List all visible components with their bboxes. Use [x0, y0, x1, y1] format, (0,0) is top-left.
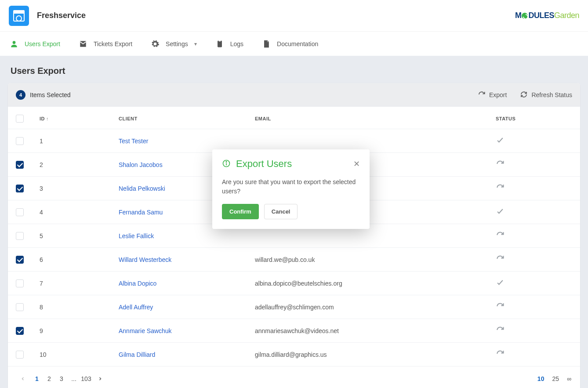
cell-client: Albina Dopico: [111, 272, 247, 295]
col-email[interactable]: EMAIL: [247, 107, 488, 129]
pagination: 123...103 1025∞: [8, 366, 580, 388]
export-label: Export: [489, 91, 507, 98]
client-link[interactable]: Annmarie Sawchuk: [119, 327, 172, 334]
client-link[interactable]: Leslie Fallick: [119, 232, 154, 239]
gear-icon: [151, 40, 160, 48]
cell-email: willard.we@pub.co.uk: [247, 248, 488, 272]
page-size-option[interactable]: ∞: [567, 375, 571, 382]
row-checkbox[interactable]: [16, 185, 24, 192]
redo-icon: [496, 305, 505, 312]
cell-id: 3: [32, 177, 111, 200]
mail-icon: [79, 40, 87, 48]
client-link[interactable]: Willard Westerbeck: [119, 256, 171, 263]
client-link[interactable]: Nelida Pelkowski: [119, 185, 165, 192]
modulesgarden-logo: MDULESGarden: [515, 11, 579, 20]
sync-icon: [520, 91, 528, 100]
cell-id: 7: [32, 272, 111, 295]
redo-icon: [496, 329, 505, 336]
page-ellipsis: ...: [68, 373, 80, 385]
cell-status: [488, 129, 580, 153]
nav-label: Settings: [166, 40, 188, 47]
refresh-label: Refresh Status: [531, 91, 572, 98]
client-link[interactable]: Adell Auffrey: [119, 304, 153, 311]
cell-id: 10: [32, 343, 111, 366]
col-client[interactable]: CLIENT: [111, 107, 247, 129]
client-link[interactable]: Shalon Jacobos: [119, 161, 163, 168]
main-nav: Users Export Tickets Export Settings ▾ L…: [0, 32, 588, 56]
tab-logs[interactable]: Logs: [212, 37, 247, 51]
table-row: 10Gilma Dilliardgilma.dilliard@graphics.…: [8, 343, 580, 366]
cell-email: annmariesawchuk@videos.net: [247, 319, 488, 343]
redo-icon: [496, 163, 505, 170]
nav-label: Tickets Export: [94, 40, 132, 47]
row-checkbox[interactable]: [16, 137, 24, 145]
refresh-status-button[interactable]: Refresh Status: [520, 91, 572, 100]
export-users-modal: Export Users ✕ Are you sure that you wan…: [212, 149, 370, 229]
row-checkbox[interactable]: [16, 256, 24, 264]
export-button[interactable]: Export: [478, 91, 507, 100]
page-next[interactable]: [94, 373, 106, 385]
table-row: 9Annmarie Sawchukannmariesawchuk@videos.…: [8, 319, 580, 343]
row-checkbox[interactable]: [16, 208, 24, 216]
cell-id: 5: [32, 224, 111, 248]
page-number[interactable]: 2: [43, 373, 55, 385]
page-size-option[interactable]: 10: [537, 375, 544, 382]
modal-body: Are you sure that you want to export the…: [212, 175, 370, 204]
page-number[interactable]: 3: [55, 373, 68, 385]
row-checkbox[interactable]: [16, 232, 24, 240]
tab-settings[interactable]: Settings ▾: [147, 37, 200, 51]
check-icon: [496, 139, 505, 146]
confirm-button[interactable]: Confirm: [222, 204, 259, 219]
svg-rect-1: [218, 40, 222, 47]
cell-status: [488, 272, 580, 295]
cell-client: Gilma Dilliard: [111, 343, 247, 366]
topbar: Freshservice MDULESGarden: [0, 0, 588, 32]
cell-id: 9: [32, 319, 111, 343]
page-number[interactable]: 1: [31, 373, 43, 385]
cell-status: [488, 248, 580, 272]
nav-label: Documentation: [277, 40, 318, 47]
row-checkbox[interactable]: [16, 303, 24, 311]
select-all-checkbox[interactable]: [16, 115, 24, 123]
page-size-option[interactable]: 25: [552, 375, 559, 382]
table-row: 6Willard Westerbeckwillard.we@pub.co.uk: [8, 248, 580, 272]
client-link[interactable]: Albina Dopico: [119, 280, 156, 287]
cell-status: [488, 319, 580, 343]
sort-asc-icon: ↑: [46, 116, 49, 121]
tab-documentation[interactable]: Documentation: [258, 37, 322, 51]
check-icon: [496, 281, 505, 288]
cell-id: 4: [32, 200, 111, 224]
redo-icon: [496, 186, 505, 193]
redo-icon: [496, 352, 505, 359]
client-link[interactable]: Fernanda Samu: [119, 209, 163, 216]
table-row: 7Albina Dopicoalbina.dopico@beutelschies…: [8, 272, 580, 295]
svg-point-5: [226, 161, 227, 162]
close-icon[interactable]: ✕: [353, 159, 360, 169]
clipboard-icon: [215, 40, 224, 48]
card-toolbar: 4 Items Selected Export Refresh Status: [8, 83, 580, 107]
tab-users-export[interactable]: Users Export: [6, 37, 64, 51]
cell-status: [488, 343, 580, 366]
redo-icon: [478, 91, 486, 100]
tab-tickets-export[interactable]: Tickets Export: [75, 37, 136, 51]
client-link[interactable]: Test Tester: [119, 138, 148, 145]
page-number[interactable]: 103: [80, 373, 92, 385]
row-checkbox[interactable]: [16, 327, 24, 335]
row-checkbox[interactable]: [16, 279, 24, 287]
table-row: 8Adell Auffreyadellauffrey@schlimgen.com: [8, 295, 580, 319]
cell-id: 6: [32, 248, 111, 272]
row-checkbox[interactable]: [16, 351, 24, 359]
page-prev[interactable]: [17, 373, 29, 385]
cancel-button[interactable]: Cancel: [264, 204, 298, 219]
modal-title: Export Users: [236, 158, 292, 170]
app-icon: [9, 6, 29, 26]
client-link[interactable]: Gilma Dilliard: [119, 351, 155, 358]
chevron-down-icon: ▾: [194, 41, 197, 47]
row-checkbox[interactable]: [16, 161, 24, 169]
col-status[interactable]: STATUS: [488, 107, 580, 129]
person-icon: [10, 40, 18, 48]
doc-icon: [262, 40, 271, 48]
cell-status: [488, 153, 580, 177]
col-id[interactable]: ID↑: [32, 107, 111, 129]
cell-status: [488, 295, 580, 319]
